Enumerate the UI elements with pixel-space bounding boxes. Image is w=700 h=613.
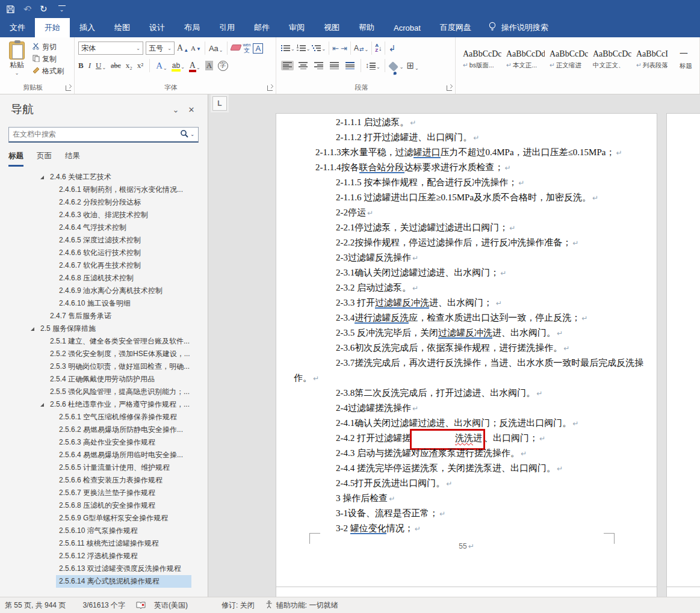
nav-heading-item[interactable]: 2.4.6.2 分段控制分段达标: [0, 196, 208, 209]
redo-icon[interactable]: ↻: [40, 4, 48, 14]
nav-heading-item[interactable]: 2.4.6.6 软化运行技术控制: [0, 247, 208, 259]
nav-heading-item[interactable]: 2.5.6.6 检查安装压力表操作规程: [0, 474, 208, 487]
align-center-button[interactable]: [297, 61, 309, 70]
style-card[interactable]: AaBbCcDc↵正文缩进: [548, 45, 588, 74]
clear-formatting-button[interactable]: [231, 45, 241, 52]
tab-references[interactable]: 引用: [209, 18, 244, 37]
line-spacing-button[interactable]: ↕⌄: [365, 61, 380, 70]
tab-insert[interactable]: 插入: [70, 18, 105, 37]
increase-indent-button[interactable]: ⇥: [341, 44, 347, 53]
align-left-button[interactable]: [281, 61, 294, 70]
nav-heading-item[interactable]: 2.4.7 售后服务承诺: [0, 310, 208, 322]
tab-home[interactable]: 开始: [35, 18, 70, 37]
nav-heading-item[interactable]: 2.5.2 强化安全制度，强加HSE体系建设，...: [0, 348, 208, 360]
paragraph-dialog-launcher[interactable]: [447, 85, 452, 91]
nav-heading-item[interactable]: 2.4.6.3 收油、排泥技术控制: [0, 209, 208, 221]
align-right-button[interactable]: [312, 61, 325, 70]
nav-pane-options-icon[interactable]: ⌄: [168, 105, 184, 114]
style-card[interactable]: 一标题: [678, 45, 700, 74]
collapse-arrow-icon[interactable]: [40, 403, 44, 407]
justify-button[interactable]: [328, 61, 341, 70]
nav-heading-item[interactable]: 2.5.6.1 空气压缩机维修保养操作规程: [0, 411, 208, 424]
enclose-characters-button[interactable]: 字: [218, 61, 228, 71]
copy-button[interactable]: 复制: [33, 54, 64, 64]
nav-heading-item[interactable]: 2.4.6.5 深度过滤技术控制: [0, 234, 208, 247]
nav-heading-item[interactable]: 2.5.6.10 溶气泵操作规程: [0, 525, 208, 537]
nav-heading-item[interactable]: 2.4.6.10 施工设备明细: [0, 297, 208, 310]
character-border-button[interactable]: A: [253, 43, 263, 54]
style-card[interactable]: AaBbCcDc↵bs版面...: [462, 45, 501, 74]
customize-quick-access-icon[interactable]: ⌄: [58, 5, 66, 13]
nav-heading-item[interactable]: 2.5.6.2 易燃易爆场所防静电安全操作...: [0, 424, 208, 436]
grow-font-button[interactable]: A▲: [177, 43, 188, 53]
search-icon[interactable]: [180, 129, 188, 140]
tell-me-search[interactable]: 操作说明搜索: [488, 18, 548, 37]
nav-heading-item[interactable]: 2.4.6.4 气浮技术控制: [0, 221, 208, 234]
font-name-combo[interactable]: 宋体⌄: [78, 42, 143, 55]
nav-heading-item[interactable]: 2.5.6.8 压滤机的安全操作规程: [0, 499, 208, 512]
show-hide-marks-button[interactable]: ↲: [388, 43, 395, 53]
nav-heading-item[interactable]: 2.5.5 强化风险管理，提高隐患识别能力；...: [0, 386, 208, 398]
nav-search-input[interactable]: 在文档中搜索 ⌄: [8, 127, 199, 143]
tab-view[interactable]: 视图: [314, 18, 349, 37]
nav-heading-item[interactable]: 2.4.6.1 研制药剂，根据污水变化情况...: [0, 183, 208, 196]
character-shading-button[interactable]: A: [205, 61, 213, 70]
collapse-arrow-icon[interactable]: [31, 327, 34, 331]
sort-button[interactable]: AZ↓: [375, 43, 382, 53]
nav-heading-item[interactable]: 2.5.6.14 离心式脱泥机操作规程: [56, 575, 191, 588]
tab-acrobat[interactable]: Acrobat: [384, 18, 430, 37]
cut-button[interactable]: 剪切: [33, 42, 64, 52]
font-dialog-launcher[interactable]: [267, 85, 273, 91]
nav-heading-item[interactable]: 2.5.6.5 计量流量计使用、维护规程: [0, 461, 208, 474]
nav-pane-close-icon[interactable]: ✕: [184, 105, 199, 114]
page-indicator[interactable]: 第 55 页, 共 944 页: [5, 600, 66, 611]
text-effects-button[interactable]: A⌄: [156, 61, 167, 71]
multilevel-list-button[interactable]: ⌄: [312, 45, 326, 52]
bold-button[interactable]: B: [78, 61, 84, 70]
nav-heading-item[interactable]: 2.5.6.7 更换法兰垫子操作规程: [0, 487, 208, 499]
tab-help[interactable]: 帮助: [349, 18, 384, 37]
tab-layout[interactable]: 布局: [175, 18, 209, 37]
font-color-button[interactable]: A⌄: [190, 61, 200, 70]
language-indicator[interactable]: 英语(美国): [154, 600, 188, 611]
superscript-button[interactable]: x²: [137, 61, 143, 70]
undo-icon[interactable]: ↶⌄: [23, 4, 31, 15]
style-card[interactable]: AaBbCcI↵列表段落: [635, 45, 675, 74]
font-size-combo[interactable]: 五号⌄: [146, 42, 175, 55]
tab-design[interactable]: 设计: [140, 18, 175, 37]
accessibility-status[interactable]: 辅助功能: 一切就绪: [264, 600, 338, 611]
borders-button[interactable]: ⊞⌄: [406, 60, 418, 71]
style-card[interactable]: AaBbCcDc中文正文、: [592, 45, 631, 74]
word-count[interactable]: 3/61613 个字: [82, 600, 125, 611]
nav-heading-item[interactable]: 2.4.6 关键工艺技术: [0, 171, 208, 183]
nav-tab-结果[interactable]: 结果: [65, 151, 80, 167]
distribute-button[interactable]: [344, 61, 356, 70]
nav-heading-item[interactable]: 2.4.6.9 油水离心分离机技术控制: [0, 285, 208, 297]
phonetic-guide-button[interactable]: wén文: [243, 43, 251, 54]
nav-tab-页面[interactable]: 页面: [37, 151, 52, 167]
nav-heading-item[interactable]: 2.5.6.3 高处作业安全操作规程: [0, 436, 208, 449]
highlight-color-button[interactable]: ab⌄: [172, 61, 185, 70]
nav-heading-item[interactable]: 2.4.6.7 软化再生技术控制: [0, 259, 208, 272]
decrease-indent-button[interactable]: ⇤: [332, 44, 339, 53]
nav-heading-item[interactable]: 2.5.6.4 易燃易爆场所用临时电安全操...: [0, 449, 208, 461]
numbered-list-button[interactable]: ⌄: [297, 45, 311, 52]
save-icon[interactable]: [6, 5, 15, 14]
change-case-button[interactable]: Aa⌄: [209, 44, 223, 53]
proofing-errors-icon[interactable]: [136, 601, 146, 609]
nav-heading-item[interactable]: 2.5.4 正确佩戴使用劳动防护用品: [0, 373, 208, 386]
nav-heading-item[interactable]: 2.5.6.12 浮选机操作规程: [0, 550, 208, 562]
nav-heading-item[interactable]: 2.5 服务保障措施: [0, 322, 208, 335]
asian-layout-button[interactable]: A⇄⌄: [354, 44, 368, 52]
shrink-font-button[interactable]: A▼: [191, 45, 201, 52]
nav-heading-item[interactable]: 2.5.3 明确岗位职责，做好巡回检查，明确...: [0, 360, 208, 373]
strikethrough-button[interactable]: abc: [111, 61, 121, 70]
nav-tab-标题[interactable]: 标题: [8, 151, 23, 167]
italic-button[interactable]: I: [88, 61, 91, 70]
shading-button[interactable]: ⌄: [389, 62, 404, 70]
search-options-icon[interactable]: ⌄: [190, 132, 194, 137]
tab-mailings[interactable]: 邮件: [244, 18, 279, 37]
format-painter-button[interactable]: 格式刷: [33, 66, 64, 76]
subscript-button[interactable]: x₂: [126, 61, 132, 70]
document-page[interactable]: 2-1.1.1 启过滤泵。↵2-1.1.2 打开过滤罐进、出口阀门。↵2-1.1…: [276, 113, 657, 590]
